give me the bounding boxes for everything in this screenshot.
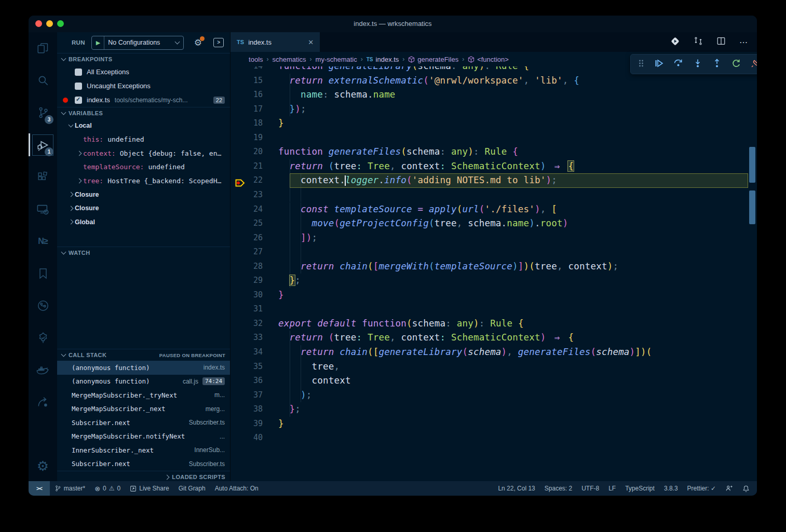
call-stack-frame[interactable]: Subscriber.nextSubscriber.ts: [57, 416, 230, 430]
breakpoint-checkbox[interactable]: [75, 97, 82, 104]
line-number[interactable]: 16: [231, 88, 263, 102]
code-line-37[interactable]: 37 );: [231, 388, 757, 403]
breakpoint-checkbox[interactable]: [75, 83, 82, 90]
line-number[interactable]: 26: [231, 231, 263, 245]
line-number[interactable]: 19: [231, 131, 263, 145]
variable-row[interactable]: templateSource:undefined: [57, 160, 230, 174]
code-line-40[interactable]: 40: [231, 431, 757, 445]
line-number[interactable]: 35: [231, 360, 263, 374]
step-into-icon[interactable]: [693, 59, 702, 70]
code-line-17[interactable]: 17 });: [231, 102, 757, 117]
bookmarks-icon[interactable]: [29, 257, 57, 290]
remote-explorer-icon[interactable]: [29, 193, 57, 225]
line-number[interactable]: 36: [231, 374, 263, 388]
prettier-item[interactable]: Prettier: ✓: [683, 481, 721, 496]
breadcrumb-item[interactable]: my-schematic: [316, 56, 357, 63]
cursor-position-item[interactable]: Ln 22, Col 13: [493, 481, 539, 496]
call-stack-frame[interactable]: MergeMapSubscriber._nextmerg...: [57, 402, 230, 416]
run-and-debug-icon[interactable]: 1: [29, 129, 57, 161]
open-changes-icon[interactable]: [694, 36, 703, 48]
line-number[interactable]: 39: [231, 417, 263, 431]
breakpoints-section-header[interactable]: BREAKPOINTS: [57, 53, 230, 65]
close-window-button[interactable]: [35, 20, 42, 27]
watch-section-header[interactable]: WATCH: [57, 247, 230, 258]
call-stack-section-header[interactable]: CALL STACK PAUSED ON BREAKPOINT: [57, 349, 230, 361]
debug-configuration-dropdown[interactable]: ▶ No Configurations: [91, 36, 184, 50]
breakpoint-row[interactable]: index.tstools/schematics/my-sch...22: [57, 93, 230, 107]
step-over-icon[interactable]: [673, 58, 683, 70]
code-line-39[interactable]: 39}: [231, 417, 757, 431]
source-control-icon[interactable]: 3: [29, 97, 57, 129]
restart-icon[interactable]: [731, 59, 741, 70]
encoding-item[interactable]: UTF-8: [577, 481, 604, 496]
code-line-33[interactable]: 33 return (tree: Tree, context: Schemati…: [231, 331, 757, 345]
code-line-28[interactable]: 28 return chain([mergeWith(templateSourc…: [231, 260, 757, 274]
typescript-version-item[interactable]: 3.8.3: [659, 481, 683, 496]
code-line-21[interactable]: 21 return (tree: Tree, context: Schemati…: [231, 159, 757, 174]
line-number[interactable]: 34: [231, 345, 263, 360]
settings-gear-icon[interactable]: ⚙: [29, 451, 57, 481]
line-number[interactable]: 14: [231, 66, 263, 74]
code-line-27[interactable]: 27: [231, 245, 757, 260]
code-line-35[interactable]: 35 tree,: [231, 360, 757, 374]
code-line-15[interactable]: 15 return externalSchematic('@nrwl/works…: [231, 74, 757, 88]
indentation-item[interactable]: Spaces: 2: [540, 481, 577, 496]
code-editor[interactable]: 14function generateLibrary(schema: any):…: [231, 66, 757, 481]
breakpoint-checkbox[interactable]: [75, 69, 82, 76]
disconnect-icon[interactable]: [751, 59, 757, 70]
code-line-18[interactable]: 18}: [231, 116, 757, 131]
line-number[interactable]: 33: [231, 331, 263, 345]
notifications-bell-icon[interactable]: [738, 481, 757, 496]
code-line-34[interactable]: 34 return chain([generateLibrary(schema)…: [231, 345, 757, 360]
breakpoint-row[interactable]: All Exceptions: [57, 65, 230, 79]
step-out-icon[interactable]: [712, 59, 722, 70]
code-line-31[interactable]: 31: [231, 302, 757, 317]
line-number[interactable]: 38: [231, 402, 263, 417]
line-number[interactable]: 25: [231, 216, 263, 231]
code-line-25[interactable]: 25 move(getProjectConfig(tree, schema.na…: [231, 216, 757, 231]
code-line-32[interactable]: 32export default function(schema: any): …: [231, 317, 757, 331]
extensions-icon[interactable]: [29, 161, 57, 193]
line-number[interactable]: 17: [231, 102, 263, 117]
continue-icon[interactable]: [654, 59, 663, 70]
variable-row[interactable]: tree:HostTree {_backend: ScopedH…: [57, 174, 230, 188]
run-or-debug-icon[interactable]: [670, 36, 680, 48]
code-line-29[interactable]: 29 };: [231, 274, 757, 288]
line-number[interactable]: 31: [231, 302, 263, 317]
call-stack-frame[interactable]: MergeMapSubscriber.notifyNext...: [57, 430, 230, 444]
configure-gear-button[interactable]: ⚙: [194, 37, 202, 48]
nx-console-icon[interactable]: N≥: [29, 225, 57, 257]
line-number[interactable]: 27: [231, 245, 263, 260]
line-number[interactable]: 15: [231, 74, 263, 88]
line-number[interactable]: 18: [231, 116, 263, 131]
explorer-icon[interactable]: [29, 32, 57, 64]
code-line-23[interactable]: 23: [231, 188, 757, 202]
git-graph-item[interactable]: Git Graph: [174, 481, 210, 496]
line-number[interactable]: 29: [231, 274, 263, 288]
breadcrumb-item[interactable]: TSindex.ts: [367, 56, 399, 63]
line-number[interactable]: 32: [231, 317, 263, 331]
line-number[interactable]: 28: [231, 260, 263, 274]
code-line-26[interactable]: 26 ]);: [231, 231, 757, 245]
variables-section-header[interactable]: VARIABLES: [57, 107, 230, 119]
todo-tree-icon[interactable]: [29, 322, 57, 354]
line-number[interactable]: 21: [231, 159, 263, 174]
variable-row[interactable]: Local: [57, 119, 230, 133]
split-editor-icon[interactable]: [716, 36, 726, 48]
call-stack-frame[interactable]: InnerSubscriber._nextInnerSub...: [57, 443, 230, 457]
search-icon[interactable]: [29, 64, 57, 97]
code-line-19[interactable]: 19: [231, 131, 757, 145]
breakpoint-row[interactable]: Uncaught Exceptions: [57, 79, 230, 93]
line-number[interactable]: 20: [231, 145, 263, 159]
line-number[interactable]: 22: [231, 173, 263, 188]
live-share-item[interactable]: Live Share: [125, 481, 173, 496]
variable-row[interactable]: Closure: [57, 201, 230, 215]
code-line-36[interactable]: 36 context: [231, 374, 757, 388]
breadcrumb-item[interactable]: <function>: [468, 56, 509, 63]
close-tab-icon[interactable]: ✕: [308, 38, 314, 46]
code-line-30[interactable]: 30}: [231, 288, 757, 303]
docker-icon[interactable]: [29, 354, 57, 386]
line-number[interactable]: 37: [231, 388, 263, 403]
line-number[interactable]: 30: [231, 288, 263, 303]
breadcrumb-item[interactable]: generateFiles: [408, 56, 458, 63]
